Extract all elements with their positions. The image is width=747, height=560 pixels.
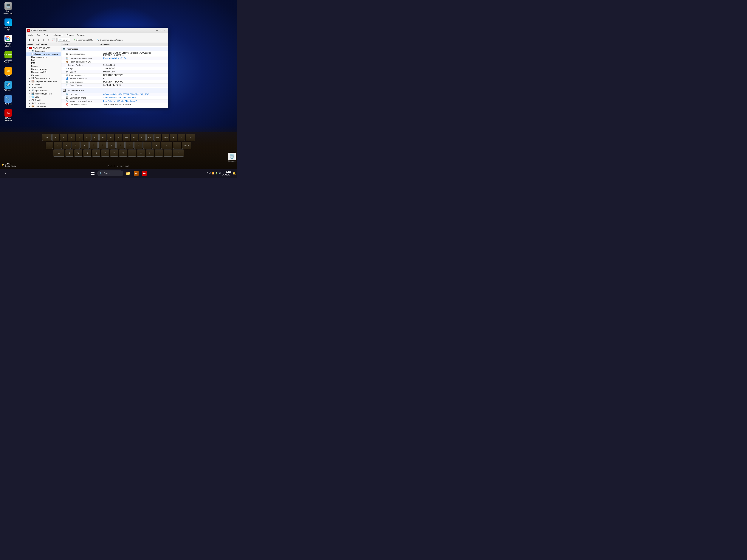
key-prtsc[interactable]: Prt Sc [147, 134, 154, 141]
tree-dmi[interactable]: DMI [26, 59, 61, 61]
systray-expand-button[interactable]: ∧ [1, 170, 9, 177]
key-insert[interactable]: Insert [154, 134, 161, 141]
driver-update-button[interactable]: 🔍 Обновления драйверов [95, 38, 124, 42]
tree-power[interactable]: Электропитание [26, 68, 61, 71]
minimize-button[interactable]: — [155, 29, 158, 32]
key-t[interactable]: T [101, 150, 109, 157]
key-f4[interactable]: F4 [76, 134, 83, 141]
key-f3[interactable]: F3 [68, 134, 75, 141]
key-tab[interactable]: Tab [53, 150, 65, 157]
key-bracket-l[interactable]: [ [155, 150, 163, 157]
key-bracket-r[interactable]: ] [164, 150, 172, 157]
aida64-desktop-icon[interactable]: 64 AIDA64Extreme [1, 108, 15, 123]
key-q[interactable]: Q [65, 150, 73, 157]
key-power[interactable]: ⏻ [186, 134, 195, 141]
key-enter[interactable]: ↵ [173, 150, 184, 157]
this-pc-icon[interactable]: 🖥️ Этот компьютер [1, 1, 15, 16]
key-7[interactable]: 7 [107, 142, 115, 149]
key-equals[interactable]: = [152, 142, 160, 149]
back-button[interactable]: ◀ [27, 38, 31, 42]
clock[interactable]: 20:15 24.04.2024 [222, 170, 231, 176]
key-backspace[interactable]: ← [161, 142, 172, 149]
menu-help[interactable]: Справка [75, 34, 86, 36]
key-o[interactable]: O [137, 150, 145, 157]
key-2[interactable]: 2 [62, 142, 71, 149]
key-numlk[interactable]: Num Lk [182, 142, 191, 149]
menu-report[interactable]: Отчёт [42, 34, 51, 36]
tree-os[interactable]: ▶ 🪟 Операционная система [26, 80, 61, 83]
report-button[interactable]: 📄 Отчёт [57, 38, 70, 42]
bios-update-button[interactable]: ⬇ Обновления BIOS [72, 38, 95, 42]
key-f9[interactable]: F9 [115, 134, 122, 141]
key-9[interactable]: 9 [125, 142, 133, 149]
key-f11[interactable]: F11 [131, 134, 138, 141]
geforce-icon[interactable]: GeForce GeForceExperience [1, 50, 15, 64]
tree-computer[interactable]: ▼ 💻 Компьютер [26, 49, 61, 52]
taskbar-explorer[interactable]: 📁 [124, 170, 132, 177]
tree-root[interactable]: ▼ 64 AIDA64 v6.88.6400 [26, 46, 61, 49]
key-u[interactable]: U [119, 150, 127, 157]
tree-portable[interactable]: Портативный ПК [26, 71, 61, 74]
mcr-icon[interactable]: 📁 MCR [1, 66, 15, 78]
menu-service[interactable]: Сервис [65, 34, 75, 36]
key-6[interactable]: 6 [98, 142, 107, 149]
key-f2[interactable]: F2 [60, 134, 67, 141]
tree-storage[interactable]: ▶ 💾 Хранение данных [26, 92, 61, 95]
tree-network[interactable]: ▶ 🌐 Сеть [26, 95, 61, 98]
key-delete[interactable]: Delete [162, 134, 169, 141]
key-esc[interactable]: Esc [42, 134, 52, 141]
tree-display[interactable]: ▶ 🖥 Дисплей [26, 86, 61, 89]
chart-button[interactable]: 📈 [51, 38, 55, 42]
key-slash[interactable]: / [178, 134, 185, 141]
key-f5[interactable]: F5 [84, 134, 91, 141]
key-f1[interactable]: F1 [52, 134, 59, 141]
start-button[interactable] [89, 170, 97, 177]
telegram-icon[interactable]: ✈️ Telegram [1, 80, 15, 92]
tree-summary[interactable]: 📋 Суммарная информация [26, 52, 61, 56]
key-f8[interactable]: F8 [107, 134, 114, 141]
key-0[interactable]: 0 [134, 142, 143, 149]
tree-devices[interactable]: ▶ 🔌 Устройства [26, 102, 61, 105]
taskbar-aida64[interactable]: 64 [140, 170, 148, 177]
up-button[interactable]: ▲ [36, 38, 41, 42]
taskbar-app2[interactable]: M [132, 170, 140, 177]
chrome-icon[interactable]: Google Chrome [1, 34, 15, 48]
forward-button[interactable]: ▶ [31, 38, 36, 42]
key-asterisk[interactable]: ✱ [170, 134, 177, 141]
recycle-bin-icon[interactable]: 🗑️ Корзина [228, 153, 236, 162]
close-button[interactable]: ✕ [163, 29, 167, 32]
tree-directx[interactable]: ▶ 🎮 DirectX [26, 98, 61, 102]
refresh-button[interactable]: ↻ [41, 38, 46, 42]
key-minus[interactable]: - [143, 142, 151, 149]
key-i[interactable]: I [128, 150, 136, 157]
key-tilde[interactable]: ~ [46, 142, 53, 149]
language-indicator[interactable]: РУС [207, 172, 211, 175]
key-4[interactable]: 4 [80, 142, 89, 149]
tree-programs[interactable]: ▶ 📦 Программы [26, 105, 61, 108]
edge-icon[interactable]: e MicrosoftEdge [1, 18, 15, 32]
key-y[interactable]: Y [110, 150, 118, 157]
key-1[interactable]: 1 [54, 142, 62, 149]
key-8[interactable]: 8 [117, 142, 125, 149]
key-f10[interactable]: F10 [123, 134, 130, 141]
key-f12[interactable]: F12 [138, 134, 146, 141]
tree-ipmi[interactable]: IPMI [26, 61, 61, 64]
tree-motherboard[interactable]: ▶ 🔲 Системная плата [26, 77, 61, 80]
notification-icon[interactable]: 🔔 [232, 172, 236, 175]
key-p[interactable]: P [146, 150, 154, 157]
maximize-button[interactable]: □ [159, 29, 163, 32]
menu-favorites[interactable]: Избранное [51, 34, 65, 36]
clip2net-icon[interactable]: 📎 Clip2net [1, 95, 15, 106]
key-f7[interactable]: F7 [99, 134, 106, 141]
menu-file[interactable]: Файл [27, 34, 35, 36]
tree-sensors[interactable]: Датчики [26, 74, 61, 77]
tree-overclock[interactable]: Разгон [26, 64, 61, 68]
key-r[interactable]: R [92, 150, 100, 157]
menu-view[interactable]: Вид [35, 34, 42, 36]
tree-server[interactable]: ▶ 🖥 Сервер [26, 83, 61, 86]
home-button[interactable]: ⌂ [46, 38, 51, 42]
key-w[interactable]: W [74, 150, 82, 157]
taskbar-search[interactable]: 🔍 Поиск [97, 170, 124, 177]
key-3[interactable]: 3 [72, 142, 80, 149]
tree-computer-name[interactable]: Имя компьютера [26, 56, 61, 59]
